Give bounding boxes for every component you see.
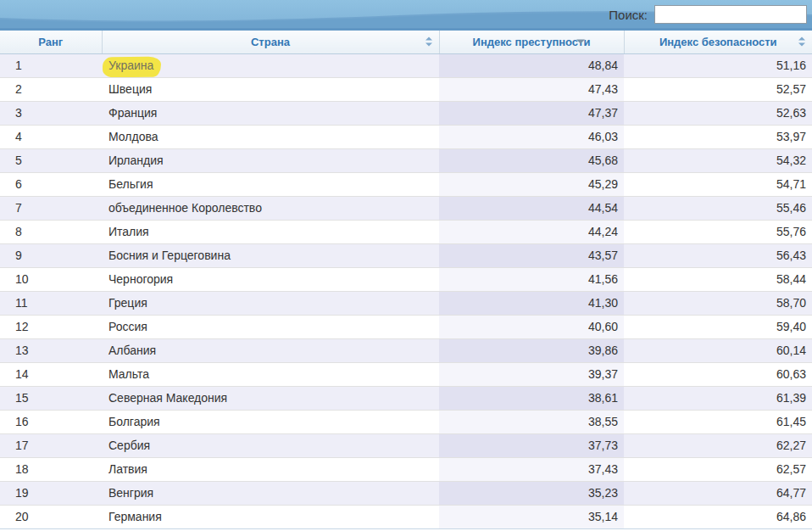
table-row: 20 Германия 35,14 64,86 — [0, 505, 812, 528]
country-cell: Россия — [102, 315, 439, 338]
crime-index-cell: 47,43 — [439, 77, 624, 101]
safety-index-cell: 52,63 — [624, 101, 812, 125]
country-name: Россия — [108, 320, 147, 333]
table-row: 19 Венгрия 35,23 64,77 — [0, 481, 812, 505]
safety-index-cell: 64,86 — [624, 505, 812, 528]
table-row: 16 Болгария 38,55 61,45 — [0, 410, 812, 433]
table-row: 17 Сербия 37,73 62,27 — [0, 433, 812, 457]
table-row: 5 Ирландия 45,68 54,32 — [0, 148, 812, 172]
crime-index-cell: 41,30 — [439, 291, 624, 315]
crime-index-cell: 43,57 — [439, 243, 624, 267]
table-row: 9 Босния и Герцеговина 43,57 56,43 — [0, 243, 812, 267]
crime-index-cell: 46,03 — [439, 125, 624, 148]
table-row: 15 Северная Македония 38,61 61,39 — [0, 386, 812, 410]
table-row: 2 Швеция 47,43 52,57 — [0, 77, 812, 101]
country-cell: Черногория — [102, 267, 439, 291]
country-cell: объединенное Королевство — [102, 196, 439, 220]
country-name: Болгария — [108, 415, 160, 428]
rank-cell: 16 — [0, 410, 102, 433]
table-row: 6 Бельгия 45,29 54,71 — [0, 172, 812, 196]
safety-index-cell: 59,40 — [624, 315, 812, 338]
crime-index-cell: 45,68 — [439, 148, 624, 172]
safety-index-cell: 54,71 — [624, 172, 812, 196]
table-row: 14 Мальта 39,37 60,63 — [0, 362, 812, 386]
safety-index-cell: 60,14 — [624, 338, 812, 362]
crime-index-cell: 35,23 — [439, 481, 624, 505]
top-banner: Поиск: — [0, 0, 812, 31]
safety-index-cell: 51,16 — [624, 53, 812, 77]
safety-index-cell: 64,77 — [624, 481, 812, 505]
country-cell: Северная Македония — [102, 386, 439, 410]
country-cell: Ирландия — [102, 148, 439, 172]
rank-cell: 7 — [0, 196, 102, 220]
search-input[interactable] — [654, 5, 807, 24]
table-row: 18 Латвия 37,43 62,57 — [0, 457, 812, 481]
column-header-country-label: Страна — [251, 36, 290, 48]
country-cell: Греция — [102, 291, 439, 315]
rank-cell: 3 — [0, 101, 102, 125]
rank-cell: 8 — [0, 220, 102, 243]
safety-index-cell: 60,63 — [624, 362, 812, 386]
country-name: Латвия — [108, 462, 147, 476]
country-name: Албания — [108, 344, 156, 357]
table-row: 1 Украина 48,84 51,16 — [0, 53, 812, 77]
safety-index-cell: 58,44 — [624, 267, 812, 291]
rank-cell: 10 — [0, 267, 102, 291]
safety-index-cell: 61,45 — [624, 410, 812, 433]
rank-cell: 15 — [0, 386, 102, 410]
column-header-crime-index[interactable]: Индекс преступности — [439, 31, 624, 53]
safety-index-cell: 54,32 — [624, 148, 812, 172]
rank-cell: 11 — [0, 291, 102, 315]
country-cell: Албания — [102, 338, 439, 362]
country-cell: Швеция — [102, 77, 439, 101]
search-area: Поиск: — [609, 5, 807, 24]
country-name: Молдова — [108, 130, 159, 143]
country-name: Франция — [108, 106, 157, 120]
country-name: Германия — [108, 510, 162, 523]
country-cell: Мальта — [102, 362, 439, 386]
column-header-safety-label: Индекс безопасности — [659, 36, 777, 48]
country-cell: Бельгия — [102, 172, 439, 196]
rank-cell: 1 — [0, 53, 102, 77]
safety-index-cell: 58,70 — [624, 291, 812, 315]
rank-cell: 14 — [0, 362, 102, 386]
table-row: 10 Черногория 41,56 58,44 — [0, 267, 812, 291]
country-cell: Германия — [102, 505, 439, 528]
table-row: 13 Албания 39,86 60,14 — [0, 338, 812, 362]
country-name: Греция — [108, 296, 147, 310]
safety-index-cell: 55,46 — [624, 196, 812, 220]
country-cell: Украина — [102, 53, 439, 77]
country-name: Мальта — [108, 367, 149, 381]
rank-cell: 9 — [0, 243, 102, 267]
rank-cell: 18 — [0, 457, 102, 481]
country-cell: Босния и Герцеговина — [102, 243, 439, 267]
country-name: Венгрия — [108, 486, 153, 500]
country-name: Италия — [108, 225, 149, 238]
column-header-rank-label: Ранг — [38, 36, 63, 48]
country-name: Украина — [108, 59, 153, 72]
column-header-crime-label: Индекс преступности — [473, 36, 591, 48]
safety-index-cell: 62,57 — [624, 457, 812, 481]
search-label: Поиск: — [609, 8, 648, 22]
table-row: 12 Россия 40,60 59,40 — [0, 315, 812, 338]
crime-index-cell: 41,56 — [439, 267, 624, 291]
country-name: объединенное Королевство — [108, 201, 262, 215]
rank-cell: 6 — [0, 172, 102, 196]
country-name: Сербия — [108, 439, 150, 452]
safety-index-cell: 55,76 — [624, 220, 812, 243]
column-header-rank[interactable]: Ранг — [0, 31, 102, 53]
table-body: 1 Украина 48,84 51,16 2 Швеция 47,43 52,… — [0, 53, 812, 528]
crime-index-cell: 45,29 — [439, 172, 624, 196]
crime-index-cell: 48,84 — [439, 53, 624, 77]
country-cell: Молдова — [102, 125, 439, 148]
rank-cell: 5 — [0, 148, 102, 172]
rank-cell: 12 — [0, 315, 102, 338]
country-cell: Венгрия — [102, 481, 439, 505]
column-header-country[interactable]: Страна — [102, 31, 439, 53]
column-header-safety-index[interactable]: Индекс безопасности — [624, 31, 812, 53]
safety-index-cell: 52,57 — [624, 77, 812, 101]
crime-index-cell: 47,37 — [439, 101, 624, 125]
country-cell: Франция — [102, 101, 439, 125]
table-header-row: Ранг Страна Индекс преступности Индекс б… — [0, 31, 812, 53]
country-name: Бельгия — [108, 177, 153, 191]
